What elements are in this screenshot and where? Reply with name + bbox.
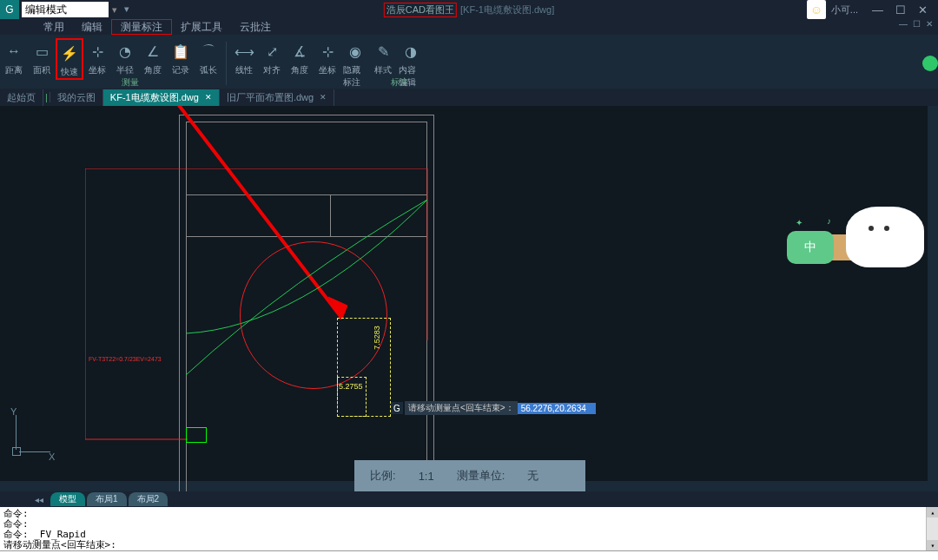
edit-icon: ◑ — [400, 40, 422, 63]
ribbon-label: 快速 — [61, 66, 78, 78]
ribbon-label: 角度 — [144, 64, 162, 76]
ribbon-distance-button[interactable]: ↔距离 — [0, 38, 28, 76]
scroll-up-icon[interactable]: ▴ — [927, 507, 938, 517]
maximize-button[interactable]: ☐ — [890, 3, 911, 16]
scale-label: 比例: — [370, 468, 396, 484]
tab-label: 起始页 — [7, 91, 36, 104]
mode-dropdown-icon[interactable]: ▾ — [109, 2, 121, 17]
layout-tab-布局2[interactable]: 布局2 — [129, 492, 168, 506]
ribbon-angle-button[interactable]: ∠角度 — [139, 38, 167, 76]
dropdown-small-icon[interactable]: ▾ — [124, 3, 136, 16]
ribbon-label: 记录 — [172, 64, 189, 76]
user-icon: ☺ — [810, 3, 822, 16]
radius-icon: ◔ — [114, 40, 136, 63]
title-bar: G 编辑模式 ▾ ▾ 浩辰CAD看图王 [KF-1电缆敷设图.dwg] ☺ 小可… — [0, 0, 938, 19]
ribbon-label: 距离 — [5, 64, 23, 76]
scrollbar-vertical[interactable] — [928, 106, 938, 491]
doc-tab[interactable]: 我的云图 — [50, 89, 103, 106]
prompt-input[interactable]: 56.2276,20.2634 — [518, 403, 596, 414]
document-tabs: 起始页|我的云图KF-1电缆敷设图.dwg✕旧厂平面布置图.dwg✕ — [0, 89, 938, 106]
mascot-eye — [884, 226, 889, 231]
ribbon-record-button[interactable]: 📋记录 — [167, 38, 195, 76]
ribbon-label: 弧长 — [200, 64, 217, 76]
unit-label: 测量单位: — [457, 468, 505, 484]
star-icon: ♪ — [827, 216, 831, 226]
notify-badge[interactable] — [922, 56, 938, 71]
command-history[interactable]: 命令:命令:命令: _FV_Rapid请移动测量点<回车结束>: ▴ ▾ — [0, 507, 938, 550]
menu-扩展工具[interactable]: 扩展工具 — [172, 19, 231, 35]
mascot-bubble[interactable]: 中 — [787, 231, 834, 264]
hidden-icon: ◉ — [344, 40, 367, 63]
dim-value-2: 5.2755 — [339, 382, 363, 391]
ribbon-linear-button[interactable]: ⟷线性 — [230, 38, 258, 76]
menu-测量标注[interactable]: 测量标注 — [111, 19, 172, 35]
mascot-eye — [869, 226, 874, 231]
unit-value: 无 — [527, 468, 538, 484]
ribbon-label: 坐标 — [89, 64, 106, 76]
user-name[interactable]: 小可... — [831, 3, 858, 16]
ribbon-angular-button[interactable]: ∡角度 — [286, 38, 314, 76]
drawing-canvas[interactable]: 7.5283 5.2755 FV-T3T22=0.7/23EV=2473 G 请… — [0, 106, 938, 491]
axis-y-label: Y — [10, 406, 17, 417]
scale-value: 1:1 — [419, 470, 434, 483]
tab-sep: | — [43, 92, 50, 102]
green-small-rect — [186, 427, 207, 443]
ribbon-coord-button[interactable]: ⊹坐标 — [83, 38, 111, 76]
axis-x-label: X — [49, 451, 55, 462]
sub-minimize-button[interactable]: — — [899, 19, 908, 29]
mode-select[interactable]: 编辑模式 — [22, 2, 109, 17]
tab-label: 我的云图 — [57, 91, 96, 104]
tab-label: KF-1电缆敷设图.dwg — [110, 91, 199, 104]
linear-icon: ⟷ — [233, 40, 255, 63]
cmd-history-line: 请移动测量点<回车结束>: — [3, 540, 935, 550]
ribbon-arc-button[interactable]: ⌒弧长 — [195, 38, 222, 76]
ribbon-toolbar: ↔距离▭面积⚡快速⊹坐标◔半径∠角度📋记录⌒弧长⟷线性⤢对齐∡角度⊹坐标◉隐藏标… — [0, 35, 938, 89]
ribbon-coord2-button[interactable]: ⊹坐标 — [314, 38, 341, 76]
close-button[interactable]: ✕ — [913, 3, 933, 16]
record-icon: 📋 — [169, 40, 192, 63]
ribbon-radius-button[interactable]: ◔半径 — [111, 38, 139, 76]
ribbon-hidden-button[interactable]: ◉隐藏标注 — [341, 38, 369, 89]
window-title: 浩辰CAD看图王 [KF-1电缆敷设图.dwg] — [384, 3, 554, 17]
minimize-button[interactable]: — — [867, 3, 888, 16]
app-logo: G — [0, 0, 19, 19]
layout-tab-布局1[interactable]: 布局1 — [87, 492, 127, 506]
mascot-widget[interactable]: 中 ✦ ♪ — [787, 194, 924, 267]
tab-label: 旧厂平面布置图.dwg — [227, 91, 314, 104]
scroll-down-icon[interactable]: ▾ — [927, 540, 938, 550]
ribbon-label: 角度 — [291, 64, 308, 76]
ribbon-label: 线性 — [235, 64, 253, 76]
coord2-icon: ⊹ — [316, 40, 339, 63]
menu-常用[interactable]: 常用 — [35, 19, 73, 35]
ribbon-style-button[interactable]: ✎样式 — [369, 38, 397, 76]
layout-tab-模型[interactable]: 模型 — [50, 492, 85, 506]
ribbon-label: 面积 — [33, 64, 50, 76]
user-avatar[interactable]: ☺ — [807, 0, 826, 19]
tab-close-icon[interactable]: ✕ — [205, 93, 212, 102]
sub-maximize-button[interactable]: ☐ — [913, 19, 921, 29]
sub-close-button[interactable]: ✕ — [926, 19, 933, 29]
angular-icon: ∡ — [288, 40, 311, 63]
cmd-scrollbar[interactable]: ▴ ▾ — [926, 507, 938, 550]
ribbon-aligned-button[interactable]: ⤢对齐 — [258, 38, 286, 76]
command-input[interactable] — [0, 550, 938, 560]
ribbon-area-button[interactable]: ▭面积 — [28, 38, 56, 76]
layout-nav-left-icon[interactable]: ◂◂ — [35, 495, 43, 504]
ribbon-label: 样式 — [374, 64, 392, 76]
ribbon-label: 坐标 — [319, 64, 336, 76]
tab-close-icon[interactable]: ✕ — [320, 93, 327, 102]
star-icon: ✦ — [796, 218, 803, 227]
doc-tab[interactable]: 旧厂平面布置图.dwg✕ — [220, 89, 334, 106]
doc-tab[interactable]: 起始页 — [0, 89, 43, 106]
file-name: [KF-1电缆敷设图.dwg] — [460, 3, 554, 16]
menu-云批注[interactable]: 云批注 — [231, 19, 280, 35]
menu-编辑[interactable]: 编辑 — [73, 19, 111, 35]
ribbon-quick-button[interactable]: ⚡快速 — [56, 38, 83, 80]
prompt-icon: G — [391, 402, 403, 414]
dim-value-1: 7.5283 — [373, 326, 381, 350]
doc-tab[interactable]: KF-1电缆敷设图.dwg✕ — [103, 89, 220, 106]
app-name: 浩辰CAD看图王 — [384, 3, 457, 17]
ribbon-label: 半径 — [116, 64, 134, 76]
ribbon-label: 对齐 — [263, 64, 281, 76]
ribbon-group-annotate-label: 标注 — [391, 76, 408, 89]
